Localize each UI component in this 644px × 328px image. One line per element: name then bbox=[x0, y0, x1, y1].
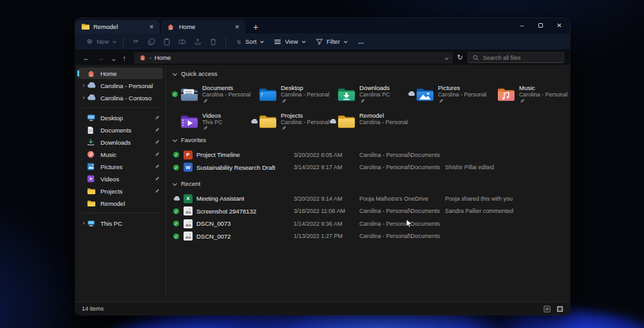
chevron-right-icon[interactable]: › bbox=[80, 220, 87, 226]
back-button[interactable]: ← bbox=[81, 54, 91, 62]
up-button[interactable]: ↑ bbox=[119, 54, 129, 62]
breadcrumb[interactable]: › Home bbox=[134, 52, 453, 64]
cloud-status-icon bbox=[173, 196, 180, 201]
sidebar-item-downloads[interactable]: Downloads bbox=[78, 136, 163, 148]
favorites-list: ✓ P Project Timeline 3/20/2022 8:05 AM C… bbox=[166, 149, 570, 174]
file-modified-date: 3/20/2022 8:05 AM bbox=[294, 152, 359, 158]
cut-icon: ✂ bbox=[131, 37, 140, 46]
sidebar-item-pictures[interactable]: Pictures bbox=[78, 161, 163, 172]
tab-label: Home bbox=[179, 23, 232, 30]
sort-button[interactable]: ↑↓ Sort bbox=[231, 35, 266, 48]
forward-button[interactable]: → bbox=[96, 54, 106, 62]
file-row-screenshot[interactable]: ✓ Screenshot 29478132 3/18/2022 11:06 AM… bbox=[166, 205, 570, 218]
recent-list: X Meeting Assistant 3/20/2022 9:14 AM Po… bbox=[166, 192, 570, 242]
chevron-right-icon[interactable]: › bbox=[80, 82, 87, 89]
toolbar-separator bbox=[225, 37, 226, 46]
file-name: Screenshot 29478132 bbox=[196, 208, 256, 215]
file-name: DSCN_0072 bbox=[196, 233, 231, 240]
tab-close-icon[interactable]: ✕ bbox=[147, 23, 156, 31]
search-input[interactable] bbox=[483, 55, 559, 61]
new-tab-button[interactable]: + bbox=[253, 23, 258, 32]
recent-locations-chevron[interactable] bbox=[111, 52, 115, 64]
paste-button[interactable] bbox=[159, 35, 175, 48]
sidebar-item-label: Projects bbox=[100, 188, 153, 195]
file-name: Meeting Assistant bbox=[196, 195, 244, 202]
download-icon bbox=[87, 138, 96, 147]
synced-status-icon: ✓ bbox=[173, 221, 179, 226]
view-button[interactable]: View bbox=[270, 35, 307, 48]
sidebar-item-desktop[interactable]: Desktop bbox=[78, 112, 163, 123]
sidebar-item-label: Documents bbox=[100, 127, 153, 134]
copy-button[interactable] bbox=[144, 35, 159, 48]
sidebar-item-carolina-personal[interactable]: › Carolina - Personal bbox=[78, 80, 163, 91]
address-dropdown-chevron[interactable] bbox=[444, 54, 448, 61]
tab-close-icon[interactable]: ✕ bbox=[232, 23, 242, 31]
file-row-meeting-assistant[interactable]: X Meeting Assistant 3/20/2022 9:14 AM Po… bbox=[166, 192, 570, 205]
sidebar-item-music[interactable]: Music bbox=[78, 149, 163, 160]
file-row-dscn-0072[interactable]: ✓ DSCN_0072 1/13/2022 1:27 PM Carolina -… bbox=[166, 230, 570, 243]
section-quick-access[interactable]: Quick access bbox=[166, 69, 570, 78]
maximize-button[interactable] bbox=[531, 18, 550, 33]
pictures-folder-icon bbox=[415, 86, 435, 102]
chevron-right-icon[interactable]: › bbox=[80, 95, 87, 101]
excel-file-icon: X bbox=[184, 194, 193, 203]
file-row-sustainability-research-draft[interactable]: ✓ W Sustainability Research Draft 3/14/2… bbox=[166, 161, 570, 174]
delete-button[interactable] bbox=[205, 35, 221, 48]
tile-remodel[interactable]: Remodel Carolina - Personal bbox=[329, 112, 408, 132]
refresh-button[interactable]: ↻ bbox=[457, 53, 463, 62]
breadcrumb-item-home[interactable]: Home bbox=[155, 54, 171, 61]
synced-status-icon: ✓ bbox=[173, 152, 179, 158]
tile-name: Pictures bbox=[438, 84, 486, 91]
desktop-folder-icon bbox=[258, 86, 278, 102]
tile-documents[interactable]: ✓ Documents Carolina - Personal bbox=[172, 84, 251, 104]
file-explorer-window: Remodel ✕ Home ✕ + – ✕ ⊕ New bbox=[75, 18, 570, 315]
image-file-icon bbox=[184, 232, 193, 241]
section-favorites[interactable]: Favorites bbox=[166, 135, 570, 145]
sidebar-item-home[interactable]: Home bbox=[78, 68, 163, 79]
sidebar-item-videos[interactable]: Videos bbox=[78, 173, 163, 185]
section-title: Quick access bbox=[181, 70, 218, 77]
tile-subtitle: Carolina - Personal bbox=[359, 119, 408, 125]
tab-remodel[interactable]: Remodel ✕ bbox=[75, 20, 160, 33]
sidebar-item-remodel[interactable]: Remodel bbox=[78, 197, 163, 209]
details-view-button[interactable] bbox=[544, 305, 551, 313]
sidebar-item-carolina-contoso[interactable]: › Carolina - Contoso bbox=[78, 92, 163, 104]
section-recent[interactable]: Recent bbox=[166, 179, 570, 188]
filter-button[interactable]: Filter bbox=[312, 35, 350, 48]
tile-videos[interactable]: Videos This PC bbox=[172, 112, 251, 132]
section-title: Favorites bbox=[181, 136, 206, 143]
sidebar-item-label: Carolina - Contoso bbox=[100, 95, 160, 102]
tile-name: Videos bbox=[202, 112, 222, 119]
music-folder-icon bbox=[497, 86, 516, 102]
videos-folder-icon bbox=[180, 113, 199, 129]
tile-desktop[interactable]: Desktop Carolina - Personal bbox=[251, 84, 329, 104]
tile-name: Downloads bbox=[359, 84, 390, 91]
close-button[interactable]: ✕ bbox=[550, 18, 569, 33]
sidebar-item-projects[interactable]: Projects bbox=[78, 185, 163, 197]
file-row-project-timeline[interactable]: ✓ P Project Timeline 3/20/2022 8:05 AM C… bbox=[166, 149, 570, 161]
tile-pictures[interactable]: Pictures Carolina - Personal bbox=[408, 84, 489, 104]
chevron-down-icon bbox=[173, 138, 177, 142]
tile-music[interactable]: Music Carolina - Personal bbox=[489, 84, 567, 104]
tile-downloads[interactable]: Downloads Carolina PC bbox=[329, 84, 408, 104]
rename-button[interactable] bbox=[175, 35, 190, 48]
large-icons-view-button[interactable] bbox=[556, 305, 564, 313]
sidebar-item-label: Downloads bbox=[100, 139, 153, 146]
synced-status-icon: ✓ bbox=[173, 233, 179, 239]
address-bar: ← → ↑ › Home ↻ bbox=[75, 50, 570, 65]
new-button[interactable]: ⊕ New bbox=[82, 35, 118, 48]
pin-icon bbox=[153, 115, 160, 121]
tile-projects[interactable]: Projects Carolina - Personal bbox=[251, 112, 329, 132]
share-button[interactable] bbox=[190, 35, 205, 48]
home-icon bbox=[167, 23, 175, 31]
sidebar-item-this-pc[interactable]: › This PC bbox=[78, 217, 163, 229]
tab-home[interactable]: Home ✕ bbox=[161, 20, 245, 33]
cut-button[interactable]: ✂ bbox=[128, 35, 144, 48]
search-box[interactable] bbox=[468, 52, 564, 63]
minimize-button[interactable]: – bbox=[513, 18, 531, 33]
more-options-button[interactable]: … bbox=[355, 35, 368, 48]
file-row-dscn-0073[interactable]: ✓ DSCN_0073 1/14/2022 9:36 AM Carolina -… bbox=[166, 217, 570, 230]
filter-button-label: Filter bbox=[327, 38, 340, 45]
status-bar: 14 items bbox=[75, 302, 570, 315]
sidebar-item-documents[interactable]: Documents bbox=[78, 124, 163, 136]
